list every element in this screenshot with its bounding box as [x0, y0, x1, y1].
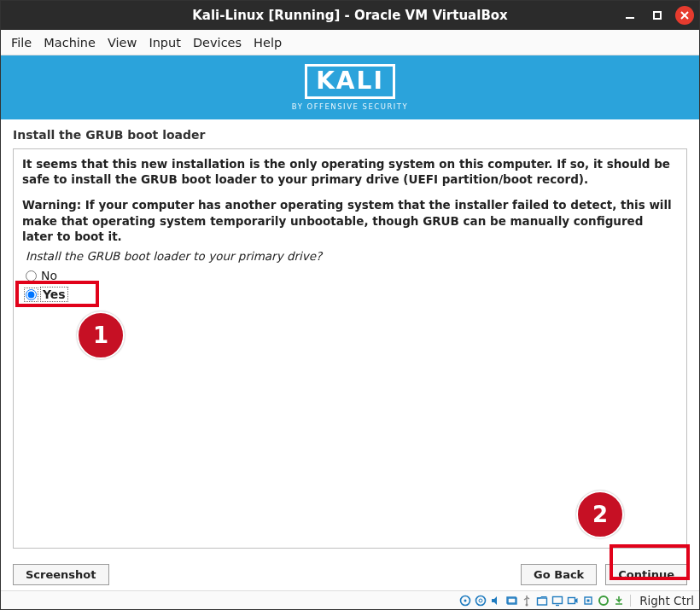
vm-statusbar: Right Ctrl — [1, 590, 699, 609]
svg-point-7 — [479, 599, 482, 602]
close-button[interactable] — [675, 6, 694, 25]
installer-panel: It seems that this new installation is t… — [13, 148, 687, 549]
minimize-button[interactable] — [621, 6, 639, 25]
statusbar-separator — [630, 595, 631, 607]
shared-folder-icon[interactable] — [535, 594, 548, 607]
kali-subtitle: BY OFFENSIVE SECURITY — [292, 102, 408, 111]
installer-content: Install the GRUB boot loader It seems th… — [1, 119, 699, 555]
titlebar: Kali-Linux [Running] - Oracle VM Virtual… — [1, 1, 699, 30]
harddisk-icon[interactable] — [458, 594, 471, 607]
radio-yes[interactable] — [26, 289, 37, 300]
info-paragraph-2: Warning: If your computer has another op… — [22, 197, 678, 244]
info-paragraph-1: It seems that this new installation is t… — [22, 156, 678, 187]
svg-rect-1 — [654, 12, 661, 19]
virtualbox-window: Kali-Linux [Running] - Oracle VM Virtual… — [0, 0, 700, 610]
menu-help[interactable]: Help — [254, 36, 282, 49]
screenshot-button[interactable]: Screenshot — [13, 564, 109, 585]
go-back-button[interactable]: Go Back — [521, 564, 597, 585]
network-icon[interactable] — [505, 594, 517, 607]
audio-icon[interactable] — [489, 594, 502, 607]
display-icon[interactable] — [551, 594, 563, 607]
svg-rect-16 — [586, 599, 589, 601]
maximize-button[interactable] — [648, 6, 667, 25]
continue-button[interactable]: Continue — [605, 564, 687, 585]
optical-icon[interactable] — [474, 594, 487, 607]
mouse-integration-icon[interactable] — [597, 594, 610, 607]
svg-rect-14 — [568, 597, 575, 603]
processor-icon[interactable] — [581, 594, 594, 607]
menu-machine[interactable]: Machine — [44, 36, 96, 49]
window-title: Kali-Linux [Running] - Oracle VM Virtual… — [192, 8, 508, 23]
usb-icon[interactable] — [520, 594, 533, 607]
recording-icon[interactable] — [566, 594, 579, 607]
option-no[interactable]: No — [26, 266, 678, 285]
option-no-label: No — [41, 269, 57, 282]
svg-point-5 — [464, 599, 466, 601]
keyboard-capture-icon[interactable] — [612, 594, 625, 607]
menu-file[interactable]: File — [11, 36, 32, 49]
installer-footer: Screenshot Go Back Continue — [1, 555, 699, 590]
kali-banner: KALI BY OFFENSIVE SECURITY — [1, 55, 699, 119]
section-title: Install the GRUB boot loader — [13, 128, 687, 142]
window-controls — [621, 1, 694, 30]
svg-rect-12 — [552, 596, 562, 603]
menu-view[interactable]: View — [108, 36, 137, 49]
kali-logo: KALI — [305, 64, 395, 99]
host-key-label[interactable]: Right Ctrl — [639, 594, 694, 607]
svg-rect-11 — [537, 598, 546, 605]
radio-no[interactable] — [26, 270, 37, 282]
menubar: File Machine View Input Devices Help — [1, 30, 699, 55]
menu-devices[interactable]: Devices — [193, 36, 242, 49]
install-question: Install the GRUB boot loader to your pri… — [26, 249, 678, 263]
option-yes-label: Yes — [41, 288, 67, 301]
menu-input[interactable]: Input — [149, 36, 181, 49]
svg-point-6 — [475, 595, 485, 605]
install-options: No Yes — [26, 266, 678, 304]
option-yes[interactable]: Yes — [26, 285, 678, 304]
svg-point-10 — [525, 603, 528, 606]
